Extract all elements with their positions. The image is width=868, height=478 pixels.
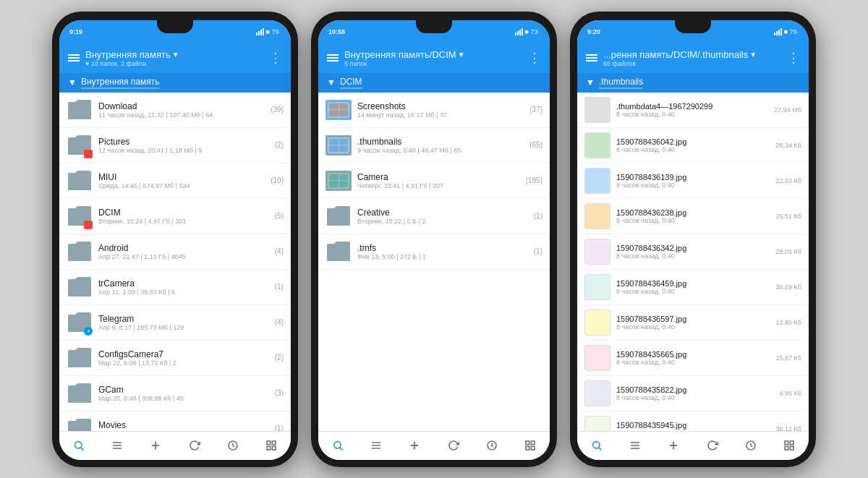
file-size: 4,95 Кб (780, 390, 801, 397)
file-icon (326, 97, 352, 123)
toolbar-subtitle: 5 папок (344, 60, 465, 67)
list-item[interactable]: ConfigsCamera7 Мар 22, 8:06 | 13,71 Кб |… (59, 341, 291, 376)
bottom-bar (318, 431, 550, 460)
file-icon (584, 97, 610, 123)
toolbar: Внутренняя память/DCIM ▼ 5 папок ⋮ (318, 43, 550, 73)
file-name: .tmfs (357, 243, 531, 253)
file-name: 1590788435945.jpg (616, 421, 776, 430)
toolbar-title-block: ...рення память/DCIM/.thumbnails ▼ 65 фа… (603, 49, 757, 67)
list-item[interactable]: 1590788435665.jpg 8 часов назад, 0:40 15… (577, 341, 809, 376)
list-item[interactable]: 1590788436042.jpg 8 часов назад, 0:40 28… (577, 128, 809, 163)
phone-screen-3: 9:20 ■ 79· ...рення память/DCIM/. (577, 20, 809, 460)
toolbar: ...рення память/DCIM/.thumbnails ▼ 65 фа… (577, 43, 809, 73)
file-size: 29,51 Кб (776, 213, 801, 220)
toolbar-title-block: Внутренняя память ▼ ♥ 16 папок, 2 файла (85, 49, 179, 67)
dropdown-arrow-icon[interactable]: ▼ (458, 51, 465, 59)
file-info: 1590788436139.jpg 8 часов назад, 0:40 (616, 173, 776, 189)
refresh-button[interactable] (701, 434, 724, 457)
add-button[interactable] (403, 434, 426, 457)
list-item[interactable]: Download 11 часов назад, 21:32 | 107,40 … (59, 93, 291, 128)
list-item[interactable]: 1590788436342.jpg 8 часов назад, 0:40 28… (577, 234, 809, 270)
file-info: 1590788436597.jpg 8 часов назад, 0:40 (616, 315, 776, 330)
file-size: 15,67 Кб (776, 354, 801, 362)
file-info: 1590788436459.jpg 8 часов назад, 0:40 (616, 279, 776, 295)
refresh-button[interactable] (183, 434, 206, 457)
list-item[interactable]: 1590788436238.jpg 8 часов назад, 0:40 29… (577, 199, 809, 234)
file-size: 13,80 Кб (776, 319, 801, 326)
menu-button[interactable] (586, 54, 597, 61)
toolbar-title: Внутренняя память (85, 49, 171, 60)
grid-view-button[interactable] (778, 434, 801, 457)
list-item[interactable]: .thumbnails 9 часов назад, 0:40 | 49,47 … (318, 128, 550, 163)
breadcrumb-text: DCIM (340, 77, 362, 89)
list-item[interactable]: 1590788435945.jpg 8 часов назад, 0:40 36… (577, 411, 809, 431)
list-view-button[interactable] (624, 434, 647, 457)
file-info: ConfigsCamera7 Мар 22, 8:06 | 13,71 Кб |… (98, 349, 272, 367)
add-button[interactable] (662, 434, 685, 457)
list-item[interactable]: 1590788436459.jpg 8 часов назад, 0:40 34… (577, 270, 809, 305)
more-options-icon[interactable]: ⋮ (528, 50, 541, 66)
grid-view-button[interactable] (260, 434, 283, 457)
list-item[interactable]: Creative Вторник, 15:22 | 0 Б | 2 (1) (318, 199, 550, 234)
breadcrumb-chevron-icon[interactable]: ▼ (586, 77, 595, 88)
list-item[interactable]: 1590788435822.jpg 8 часов назад, 0:40 4,… (577, 376, 809, 411)
list-item[interactable]: ✈ Telegram Апр 9, 8:17 | 165,73 Мб | 129… (59, 305, 291, 341)
file-name: 1590788436042.jpg (616, 137, 776, 146)
svg-point-0 (75, 442, 81, 448)
menu-button[interactable] (327, 54, 339, 61)
file-info: Camera Четверг, 23:41 | 4,91 Гб | 207 (357, 172, 523, 189)
list-item[interactable]: DCIM Вторник, 15:24 | 4,97 Гб | 303 (5) (59, 199, 291, 234)
file-info: Creative Вторник, 15:22 | 0 Б | 2 (357, 208, 531, 225)
menu-button[interactable] (68, 54, 80, 61)
list-item[interactable]: Movies Мар 13, 8:16 | 8,59 Мб | 2 (1) (59, 411, 291, 431)
file-icon (67, 168, 93, 194)
file-meta: 8 часов назад, 0:40 (616, 252, 776, 260)
file-info: Android Апр 27, 21:47 | 1,11 Гб | 4045 (98, 243, 272, 260)
search-button[interactable] (67, 434, 90, 457)
file-info: Download 11 часов назад, 21:32 | 107,40 … (98, 101, 268, 119)
search-button[interactable] (585, 434, 608, 457)
status-bar: 9:19 ■ 79· (59, 20, 291, 43)
grid-view-button[interactable] (519, 434, 542, 457)
file-name: .thumbdata4—1967290299 (616, 102, 774, 111)
notch (416, 20, 452, 33)
list-item[interactable]: trCamera Апр 11, 1:09 | 36,93 Кб | 5 (1) (59, 270, 291, 305)
breadcrumb-chevron-icon[interactable]: ▼ (327, 77, 336, 88)
history-button[interactable] (739, 434, 762, 457)
list-item[interactable]: Screenshots 14 минут назад, 16:17 Мб | 3… (318, 93, 550, 128)
file-icon (584, 168, 610, 194)
history-button[interactable] (480, 434, 503, 457)
file-count: (195) (526, 176, 542, 184)
list-item[interactable]: GCam Мар 20, 0:48 | 306,65 Кб | 45 (3) (59, 376, 291, 411)
list-item[interactable]: Android Апр 27, 21:47 | 1,11 Гб | 4045 (… (59, 234, 291, 270)
add-button[interactable] (144, 434, 167, 457)
refresh-button[interactable] (442, 434, 465, 457)
notch (157, 20, 193, 33)
list-item[interactable]: MIUI Среда, 14:46 | 674,97 Мб | 534 (10) (59, 163, 291, 199)
list-item[interactable]: 1590788436597.jpg 8 часов назад, 0:40 13… (577, 305, 809, 341)
list-item[interactable]: Camera Четверг, 23:41 | 4,91 Гб | 207 (1… (318, 163, 550, 199)
bottom-bar (577, 431, 809, 460)
list-view-button[interactable] (106, 434, 129, 457)
more-options-icon[interactable]: ⋮ (787, 50, 800, 66)
toolbar-title: Внутренняя память/DCIM (344, 49, 456, 60)
file-meta: 8 часов назад, 0:40 (616, 394, 780, 401)
file-info: Telegram Апр 9, 8:17 | 165,73 Мб | 129 (98, 314, 272, 331)
toolbar-subtitle: ♥ 16 папок, 2 файла (85, 60, 179, 67)
svg-rect-20 (526, 441, 529, 445)
list-view-button[interactable] (365, 434, 388, 457)
breadcrumb-chevron-icon[interactable]: ▼ (68, 77, 77, 88)
file-icon (584, 380, 610, 406)
list-item[interactable]: .tmfs Фев 13, 5:00 | 272 Б | 1 (1) (318, 234, 550, 270)
file-meta: Мар 22, 8:06 | 13,71 Кб | 2 (98, 359, 272, 367)
search-button[interactable] (326, 434, 349, 457)
file-meta: Фев 13, 5:00 | 272 Б | 1 (357, 253, 531, 260)
file-name: 1590788436139.jpg (616, 173, 776, 182)
history-button[interactable] (221, 434, 244, 457)
dropdown-arrow-icon[interactable]: ▼ (749, 51, 757, 59)
list-item[interactable]: Pictures 12 часов назад, 20:41 | 1,18 Мб… (59, 128, 291, 163)
list-item[interactable]: .thumbdata4—1967290299 8 часов назад, 0:… (577, 93, 809, 128)
dropdown-arrow-icon[interactable]: ▼ (172, 51, 179, 59)
list-item[interactable]: 1590788436139.jpg 8 часов назад, 0:40 22… (577, 163, 809, 199)
more-options-icon[interactable]: ⋮ (269, 50, 282, 66)
